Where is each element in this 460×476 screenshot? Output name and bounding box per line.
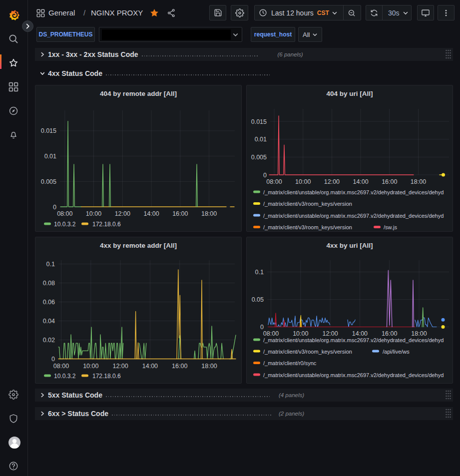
svg-text:16:00: 16:00 — [172, 210, 188, 217]
svg-text:10:00: 10:00 — [295, 178, 311, 185]
svg-text:/_matrix/client/v3/room_keys/v: /_matrix/client/v3/room_keys/version — [263, 224, 352, 230]
svg-text:0.1: 0.1 — [46, 261, 55, 268]
svg-text:10:00: 10:00 — [86, 210, 101, 217]
svg-text:0.015: 0.015 — [251, 118, 267, 125]
svg-text:/_matrix/client/unstable/org.m: /_matrix/client/unstable/org.matrix.msc2… — [263, 189, 444, 195]
svg-text:16:00: 16:00 — [172, 363, 187, 370]
svg-text:0.01: 0.01 — [44, 153, 56, 160]
svg-text:/api/live/ws: /api/live/ws — [383, 349, 410, 355]
svg-text:18:00: 18:00 — [201, 363, 217, 370]
svg-text:0.01: 0.01 — [255, 136, 267, 143]
svg-text:/_matrix/client/unstable/org.m: /_matrix/client/unstable/org.matrix.msc2… — [263, 213, 444, 219]
svg-text:0.08: 0.08 — [43, 280, 55, 287]
svg-text:0.005: 0.005 — [41, 178, 56, 185]
svg-text:0.015: 0.015 — [41, 127, 56, 134]
svg-text:10.0.3.2: 10.0.3.2 — [54, 373, 76, 380]
svg-text:10:00: 10:00 — [293, 330, 308, 337]
svg-text:/_matrix/client/r0/sync: /_matrix/client/r0/sync — [263, 360, 317, 366]
svg-text:10:00: 10:00 — [83, 363, 98, 370]
svg-text:0.005: 0.005 — [251, 154, 267, 161]
svg-text:0.1: 0.1 — [255, 269, 264, 276]
svg-text:08:00: 08:00 — [53, 363, 69, 370]
svg-text:12:00: 12:00 — [322, 330, 338, 337]
svg-text:14:00: 14:00 — [353, 178, 368, 185]
svg-text:/_matrix/client/unstable/org.m: /_matrix/client/unstable/org.matrix.msc2… — [263, 372, 444, 378]
svg-text:0: 0 — [260, 324, 264, 331]
svg-text:/sw.js: /sw.js — [384, 224, 397, 230]
svg-text:12:00: 12:00 — [324, 178, 340, 185]
svg-text:14:00: 14:00 — [142, 363, 158, 370]
svg-text:0: 0 — [53, 204, 56, 211]
svg-text:14:00: 14:00 — [143, 210, 159, 217]
svg-text:16:00: 16:00 — [382, 178, 397, 185]
svg-text:08:00: 08:00 — [57, 210, 72, 217]
svg-text:10.0.3.2: 10.0.3.2 — [54, 221, 76, 228]
svg-text:0.06: 0.06 — [43, 299, 55, 306]
svg-text:14:00: 14:00 — [352, 330, 368, 337]
svg-text:18:00: 18:00 — [411, 330, 427, 337]
svg-text:172.18.0.6: 172.18.0.6 — [92, 221, 121, 228]
svg-text:18:00: 18:00 — [411, 178, 426, 185]
svg-text:/_matrix/client/unstable/org.m: /_matrix/client/unstable/org.matrix.msc2… — [263, 337, 444, 343]
svg-text:/_matrix/client/v3/room_keys/v: /_matrix/client/v3/room_keys/version — [263, 349, 352, 355]
svg-text:12:00: 12:00 — [115, 210, 130, 217]
svg-text:08:00: 08:00 — [263, 330, 279, 337]
svg-text:12:00: 12:00 — [112, 363, 128, 370]
svg-text:18:00: 18:00 — [201, 210, 217, 217]
svg-text:0: 0 — [263, 172, 267, 179]
svg-text:0.05: 0.05 — [252, 296, 264, 303]
svg-text:08:00: 08:00 — [266, 178, 282, 185]
svg-text:0: 0 — [51, 356, 55, 363]
svg-text:16:00: 16:00 — [382, 330, 397, 337]
svg-text:0.04: 0.04 — [43, 318, 55, 325]
svg-text:0.02: 0.02 — [43, 337, 55, 344]
svg-text:/_matrix/client/v3/room_keys/v: /_matrix/client/v3/room_keys/version — [263, 201, 352, 207]
svg-text:172.18.0.6: 172.18.0.6 — [92, 373, 121, 380]
